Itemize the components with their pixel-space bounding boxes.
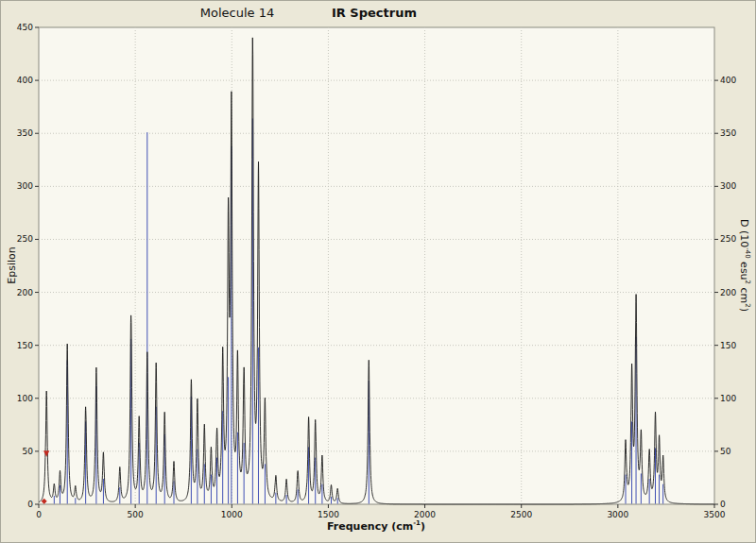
left-tick-label: 400 [17,76,33,85]
left-tick-label: 450 [17,23,33,32]
ir-spectrum-plot[interactable]: 0500100015002000250030003500050100150200… [1,1,756,543]
left-tick-label: 300 [17,181,33,191]
right-tick-label: 400 [720,76,736,85]
x-tick-label: 3000 [607,510,628,519]
x-tick-label: 2000 [414,510,436,519]
right-tick-label: 0 [720,500,726,509]
right-tick-label: 200 [720,288,736,297]
x-tick-label: 1000 [221,510,243,519]
left-tick-label: 50 [23,447,34,456]
plot-background [39,27,714,504]
x-axis-title: Frequency (cm-1) [327,519,425,533]
x-tick-label: 1500 [318,510,339,519]
x-tick-label: 500 [128,510,144,519]
x-tick-label: 0 [36,510,42,519]
right-tick-label: 50 [720,447,731,456]
left-tick-label: 350 [17,128,33,138]
x-tick-label: 3500 [704,510,726,519]
x-tick-label: 2500 [510,510,532,519]
right-tick-label: 250 [720,234,736,244]
left-tick-label: 150 [17,341,33,350]
spectrum-window: Molecule 14 IR Spectrum 0500100015002000… [0,0,756,543]
left-tick-label: 100 [17,394,33,403]
right-tick-label: 150 [720,341,736,350]
left-tick-label: 250 [17,234,33,244]
left-axis-title: Epsilon [6,246,18,283]
right-axis-title: D (10-40 esu2 cm2) [738,219,751,312]
right-tick-label: 350 [720,128,736,138]
left-tick-label: 0 [27,500,33,509]
right-tick-label: 300 [720,181,736,191]
left-tick-label: 200 [17,288,33,297]
right-tick-label: 100 [720,394,736,403]
